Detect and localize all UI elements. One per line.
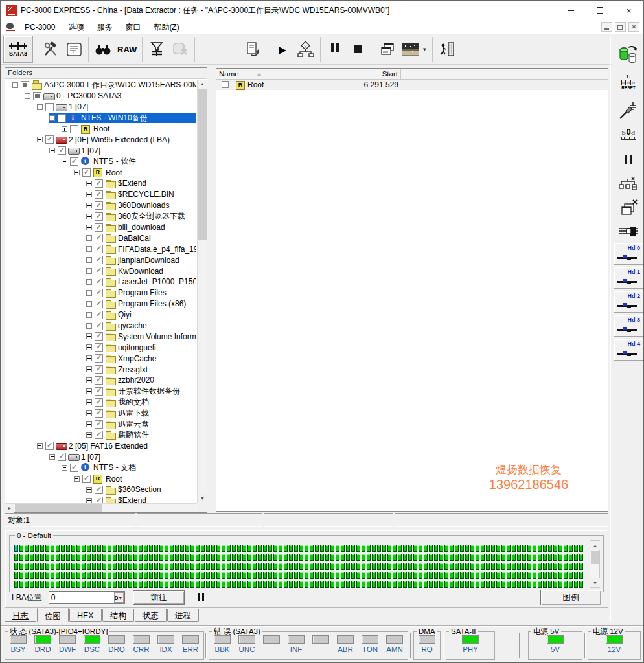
bitmap-block[interactable] xyxy=(527,545,531,552)
tree-node[interactable]: XmpCache xyxy=(6,353,196,364)
bitmap-block[interactable] xyxy=(377,563,381,570)
bitmap-block[interactable] xyxy=(154,545,158,552)
bitmap-block[interactable] xyxy=(45,545,49,552)
bitmap-block[interactable] xyxy=(35,563,39,570)
head-gauge-button[interactable]: ▷0◁ xyxy=(612,128,644,140)
bitmap-block[interactable] xyxy=(102,545,106,552)
tree-checkbox[interactable] xyxy=(95,376,103,385)
bitmap-block[interactable] xyxy=(66,545,70,552)
bitmap-block[interactable] xyxy=(196,554,200,561)
bitmap-block[interactable] xyxy=(553,572,557,579)
bitmap-block[interactable] xyxy=(465,572,469,579)
bitmap-block[interactable] xyxy=(320,563,324,570)
tree-node[interactable]: Root xyxy=(6,167,196,178)
raw-recovery-button[interactable]: RAW xyxy=(115,36,139,63)
bitmap-block[interactable] xyxy=(398,563,402,570)
bitmap-block[interactable] xyxy=(512,545,516,552)
bitmap-block[interactable] xyxy=(564,572,568,579)
collapse-toggle[interactable] xyxy=(12,82,18,88)
bitmap-block[interactable] xyxy=(470,581,474,588)
bitmap-block[interactable] xyxy=(289,572,293,579)
tree-node[interactable]: FIFAData.e_p4_fifa_19_pa xyxy=(6,243,196,254)
bitmap-block[interactable] xyxy=(113,554,117,561)
bitmap-block[interactable] xyxy=(206,545,210,552)
bitmap-block[interactable] xyxy=(165,572,168,579)
expand-toggle[interactable] xyxy=(86,421,92,427)
bitmap-block[interactable] xyxy=(496,581,500,588)
bitmap-block[interactable] xyxy=(351,554,355,561)
bitmap-block[interactable] xyxy=(496,563,500,570)
bitmap-block[interactable] xyxy=(299,554,303,561)
bitmap-block[interactable] xyxy=(76,545,80,552)
bitmap-block[interactable] xyxy=(139,572,143,579)
bitmap-block[interactable] xyxy=(579,545,583,552)
minimize-button[interactable] xyxy=(556,1,585,20)
tree-node[interactable]: Zrrssglxt xyxy=(6,364,196,375)
bitmap-block[interactable] xyxy=(522,545,526,552)
tree-checkbox[interactable] xyxy=(95,420,103,429)
bitmap-block[interactable] xyxy=(408,554,412,561)
tree-node[interactable]: LaserJet_P1000_P1500 xyxy=(6,276,196,287)
bitmap-block[interactable] xyxy=(299,572,303,579)
bitmap-block[interactable] xyxy=(108,572,111,579)
bitmap-block[interactable] xyxy=(299,581,303,588)
bitmap-block[interactable] xyxy=(82,572,86,579)
bitmap-block[interactable] xyxy=(476,545,479,552)
bitmap-block[interactable] xyxy=(465,545,469,552)
bitmap-block[interactable] xyxy=(481,581,485,588)
bitmap-block[interactable] xyxy=(351,545,355,552)
bitmap-block[interactable] xyxy=(139,554,143,561)
bitmap-block[interactable] xyxy=(408,572,412,579)
tree-node[interactable]: zzbhr2020 xyxy=(6,375,196,386)
bitmap-block[interactable] xyxy=(97,572,101,579)
bitmap-block[interactable] xyxy=(455,545,459,552)
bitmap-block[interactable] xyxy=(201,563,205,570)
tree-checkbox[interactable] xyxy=(95,289,103,297)
bitmap-block[interactable] xyxy=(128,554,132,561)
tree-node[interactable]: qycache xyxy=(6,320,196,332)
tree-checkbox[interactable] xyxy=(95,332,103,341)
tree-node[interactable]: bili_download xyxy=(6,222,196,233)
bitmap-block[interactable] xyxy=(51,554,54,561)
bitmap-block[interactable] xyxy=(470,563,474,570)
tab-HEX[interactable]: HEX xyxy=(69,609,102,622)
bitmap-block[interactable] xyxy=(170,581,174,588)
bitmap-block[interactable] xyxy=(56,581,60,588)
bitmap-block[interactable] xyxy=(543,581,547,588)
bitmap-block[interactable] xyxy=(398,581,402,588)
bitmap-block[interactable] xyxy=(216,545,220,552)
bitmap-block[interactable] xyxy=(258,563,262,570)
bitmap-block[interactable] xyxy=(284,545,288,552)
bitmap-block[interactable] xyxy=(450,545,454,552)
bitmap-block[interactable] xyxy=(284,554,288,561)
bitmap-block[interactable] xyxy=(330,581,334,588)
bitmap-block[interactable] xyxy=(341,581,345,588)
bitmap-block[interactable] xyxy=(61,572,65,579)
bitmap-block[interactable] xyxy=(253,572,257,579)
expand-toggle[interactable] xyxy=(86,323,92,329)
mdi-restore-button[interactable] xyxy=(615,22,626,32)
scroll-right-arrow[interactable]: ► xyxy=(5,504,14,513)
tree-checkbox[interactable] xyxy=(95,311,103,319)
tree-horizontal-scrollbar[interactable]: ◄ ► xyxy=(5,503,197,512)
tree-checkbox[interactable] xyxy=(45,135,54,144)
bitmap-block[interactable] xyxy=(82,563,86,570)
bitmap-block[interactable] xyxy=(429,581,433,588)
bitmap-block[interactable] xyxy=(460,554,464,561)
bitmap-block[interactable] xyxy=(382,554,386,561)
bitmap-block[interactable] xyxy=(450,554,454,561)
windows-cascade-button[interactable] xyxy=(376,36,399,63)
bitmap-block[interactable] xyxy=(346,554,350,561)
bitmap-block[interactable] xyxy=(387,581,391,588)
bitmap-block[interactable] xyxy=(92,572,96,579)
tree-node[interactable]: 360Downloads xyxy=(6,200,196,211)
bitmap-block[interactable] xyxy=(196,545,200,552)
bitmap-block[interactable] xyxy=(211,572,215,579)
bitmap-block[interactable] xyxy=(403,545,407,552)
tree-checkbox[interactable] xyxy=(95,300,103,308)
bitmap-block[interactable] xyxy=(40,545,44,552)
bitmap-block[interactable] xyxy=(279,545,282,552)
bitmap-block[interactable] xyxy=(325,581,329,588)
bitmap-block[interactable] xyxy=(341,554,345,561)
tree-node[interactable]: 360安全浏览器下载 xyxy=(6,211,196,222)
